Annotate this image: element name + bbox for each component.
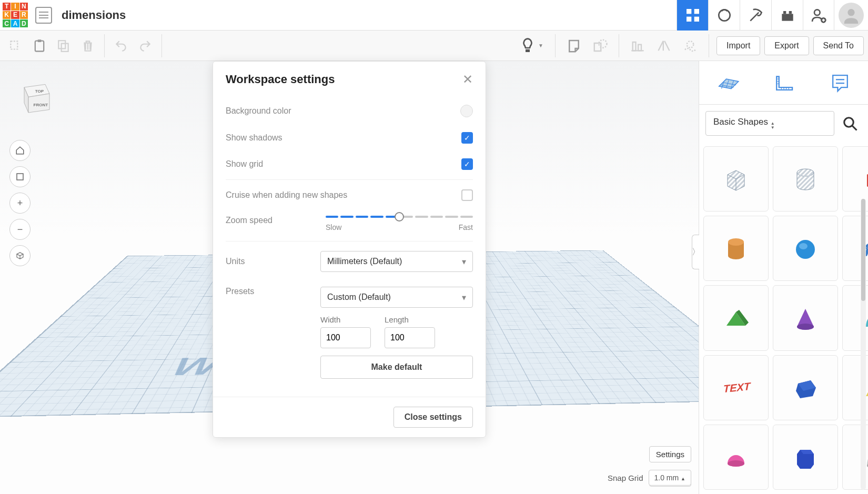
svg-point-49: [799, 243, 808, 249]
panel-tab-ruler[interactable]: [771, 69, 797, 96]
units-select[interactable]: Millimeters (Default): [320, 251, 473, 272]
shape-polygon[interactable]: [773, 355, 838, 420]
svg-rect-27: [17, 174, 23, 180]
shapes-panel: 〉 Basic Shapes ▲▼ ✎ TEXT: [699, 61, 868, 494]
shapes-search-button[interactable]: [839, 112, 862, 135]
trash-icon: [81, 39, 95, 53]
home-icon: [15, 146, 25, 155]
close-settings-button[interactable]: Close settings: [393, 407, 473, 428]
edit-grid-settings-button[interactable]: Settings: [649, 446, 691, 462]
paste-icon: [32, 38, 47, 53]
shape-hex-prism[interactable]: [773, 425, 838, 490]
svg-point-47: [728, 238, 744, 246]
viewcube[interactable]: TOP FRONT: [16, 77, 58, 119]
fit-icon: [15, 172, 25, 182]
ortho-button[interactable]: [9, 245, 31, 266]
svg-rect-19: [638, 44, 641, 51]
svg-rect-7: [789, 11, 791, 14]
redo-icon: [138, 39, 152, 53]
svg-rect-11: [11, 41, 17, 49]
import-button[interactable]: Import: [716, 36, 760, 55]
group-icon: [592, 38, 608, 54]
group-button[interactable]: [589, 35, 611, 57]
shapes-grid: ✎ TEXT: [699, 142, 868, 494]
modal-title: Workspace settings: [226, 73, 335, 86]
svg-rect-0: [687, 9, 691, 14]
svg-point-21: [687, 41, 694, 48]
panel-collapse-handle[interactable]: 〉: [692, 235, 699, 269]
paste-button[interactable]: [28, 35, 51, 57]
ruler-icon: [772, 70, 796, 95]
modal-close-button[interactable]: ✕: [462, 72, 473, 87]
length-label: Length: [385, 315, 435, 324]
cruise-checkbox[interactable]: [461, 189, 473, 201]
export-button[interactable]: Export: [764, 36, 809, 55]
tab-3d-design[interactable]: [677, 0, 708, 31]
shape-cone[interactable]: [773, 285, 838, 350]
svg-text:FRONT: FRONT: [34, 103, 48, 107]
panel-tab-workplane[interactable]: [714, 69, 741, 96]
svg-point-42: [844, 117, 854, 127]
make-default-button[interactable]: Make default: [320, 356, 473, 379]
scrollbar-thumb[interactable]: [861, 199, 865, 301]
presets-select[interactable]: Custom (Default): [320, 287, 473, 308]
svg-point-8: [814, 9, 820, 15]
background-color-swatch[interactable]: [460, 105, 473, 117]
svg-rect-5: [782, 14, 793, 21]
user-avatar[interactable]: [839, 3, 864, 28]
undo-button[interactable]: [110, 35, 132, 57]
workplane-icon: [715, 70, 740, 95]
show-shadows-checkbox[interactable]: ✓: [461, 132, 473, 144]
shape-roof[interactable]: [703, 285, 769, 350]
svg-text:TOP: TOP: [35, 89, 44, 94]
shape-sphere[interactable]: [773, 216, 838, 281]
fit-view-button[interactable]: [9, 166, 31, 187]
tab-minecraft[interactable]: [740, 0, 771, 31]
duplicate-button[interactable]: [53, 35, 75, 57]
zoom-speed-slider[interactable]: [326, 216, 473, 218]
show-grid-checkbox[interactable]: ✓: [461, 158, 473, 170]
svg-rect-2: [687, 16, 691, 21]
shapes-scrollbar[interactable]: [861, 199, 866, 490]
snap-grid-select[interactable]: 1.0 mm ▲: [649, 470, 692, 486]
tinkercad-logo[interactable]: TIN KER CAD: [2, 2, 29, 29]
design-list-button[interactable]: [35, 7, 52, 24]
show-all-button[interactable]: [563, 35, 585, 57]
shape-cylinder[interactable]: [703, 216, 769, 281]
send-to-button[interactable]: Send To: [813, 36, 864, 55]
document-title[interactable]: dimensions: [62, 8, 126, 22]
home-view-button[interactable]: [9, 140, 31, 161]
tab-lego[interactable]: [771, 0, 803, 31]
shape-text[interactable]: TEXT: [703, 355, 769, 420]
zoom-in-button[interactable]: +: [9, 193, 31, 214]
cruise-button[interactable]: [679, 35, 701, 57]
shape-box-hole[interactable]: [703, 146, 769, 211]
shape-half-sphere[interactable]: [703, 425, 769, 490]
redo-button[interactable]: [134, 35, 156, 57]
presets-label: Presets: [226, 287, 254, 296]
note-icon: [566, 38, 582, 54]
length-input[interactable]: [385, 327, 435, 348]
delete-button[interactable]: [77, 35, 99, 57]
copy-button[interactable]: [4, 35, 26, 57]
user-account-button[interactable]: [803, 0, 834, 31]
duplicate-icon: [57, 39, 70, 53]
hints-button[interactable]: ▼: [515, 35, 548, 56]
cruise-label: Cruise when adding new shapes: [226, 190, 347, 200]
panel-tab-notes[interactable]: [827, 69, 853, 96]
svg-point-48: [796, 240, 815, 259]
align-button[interactable]: [627, 35, 649, 57]
width-input[interactable]: [320, 327, 371, 348]
notes-icon: [828, 70, 852, 95]
svg-rect-12: [35, 41, 44, 51]
copy-icon: [8, 39, 22, 53]
svg-rect-3: [694, 16, 699, 21]
shapes-category-select[interactable]: Basic Shapes ▲▼: [705, 111, 834, 136]
align-icon: [630, 38, 645, 53]
svg-rect-6: [783, 11, 786, 14]
slider-thumb[interactable]: [395, 212, 404, 221]
zoom-out-button[interactable]: −: [9, 219, 31, 240]
mirror-button[interactable]: [653, 35, 675, 57]
tab-circuits[interactable]: [708, 0, 740, 31]
shape-cylinder-hole[interactable]: [773, 146, 838, 211]
